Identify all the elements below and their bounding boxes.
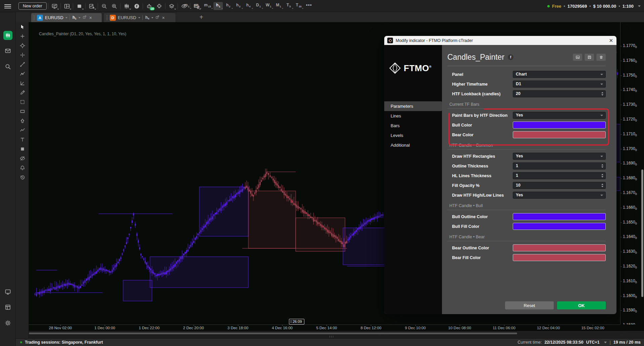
timeframe-T5[interactable]: T5 <box>284 2 293 10</box>
bear-outline-color-swatch[interactable] <box>513 244 606 251</box>
dialog-menu-item-bars[interactable]: Bars <box>384 121 442 131</box>
timeframe-T30[interactable]: T30 <box>294 2 303 10</box>
dialog-titlebar[interactable]: Modify indicator - FTMO Platform cTrader… <box>384 36 616 45</box>
target-icon[interactable] <box>16 41 29 50</box>
pencil-icon[interactable] <box>16 88 29 97</box>
timeframe-m5[interactable]: m5 <box>192 2 201 10</box>
timeframe-dropdown-caret[interactable] <box>79 17 81 18</box>
crosshair-icon[interactable] <box>16 50 29 60</box>
alert-bell-icon[interactable] <box>16 163 29 172</box>
reset-button[interactable]: Reset <box>505 301 554 309</box>
dialog-close-icon[interactable]: ✕ <box>609 38 613 44</box>
candles-icon[interactable] <box>121 2 132 10</box>
timeframe-W1[interactable]: W1 <box>264 2 273 10</box>
tab-timeframe[interactable]: h1 <box>69 15 77 20</box>
horizontal-scrollbar-thumb[interactable] <box>29 333 517 334</box>
settings-gear-icon[interactable] <box>0 320 16 326</box>
time-axis[interactable]: 28 Nov 02:001 Dec 00:001 Dec 22:002 Dec … <box>29 325 620 331</box>
sidebar-item-charts[interactable] <box>3 31 12 40</box>
number-spinner[interactable] <box>601 164 603 168</box>
timezone[interactable]: UTC+1 <box>586 340 599 345</box>
monitor-icon[interactable] <box>49 2 59 10</box>
arrow-shape-icon[interactable] <box>16 116 29 126</box>
timeframe-h4[interactable]: h4 <box>244 2 253 10</box>
ok-button[interactable]: OK <box>557 301 606 309</box>
text-icon[interactable] <box>16 135 29 144</box>
bear-color-swatch[interactable] <box>513 131 606 138</box>
dialog-menu-item-levels[interactable]: Levels <box>384 131 442 140</box>
rectangle-icon[interactable] <box>16 107 29 116</box>
cross-icon[interactable] <box>16 32 29 41</box>
filled-square-icon[interactable] <box>16 144 29 154</box>
draw-htf-high-low-lines-select[interactable]: Yes <box>513 192 606 199</box>
new-tab-button[interactable]: + <box>199 13 203 21</box>
fill-icon[interactable] <box>74 2 84 10</box>
timeframe-h1[interactable]: h1 <box>213 2 223 10</box>
price-axis[interactable]: 1.177001.176001.175001.174001.173001.172… <box>620 22 644 325</box>
panel-resize-handle[interactable] <box>329 336 334 338</box>
new-order-button[interactable]: New order <box>18 2 47 10</box>
symbol-dropdown-caret[interactable] <box>65 17 67 18</box>
popout-icon[interactable] <box>83 15 87 20</box>
history-icon[interactable] <box>16 172 29 182</box>
layers-icon[interactable] <box>166 2 177 10</box>
timeframe-m1[interactable]: m1 <box>182 2 191 10</box>
cursor-icon[interactable] <box>16 22 29 32</box>
timeframe-h2[interactable]: h2 <box>224 2 233 10</box>
polyline-icon[interactable] <box>16 69 29 79</box>
timeframe-h3[interactable]: h3 <box>234 2 243 10</box>
angle-icon[interactable] <box>16 79 29 88</box>
account-info[interactable]: Free • 17029569 • $ 10 000.00 • 1:100 <box>547 0 641 12</box>
chart-plus-icon[interactable] <box>87 2 97 10</box>
tab-close-icon[interactable]: × <box>89 15 92 20</box>
windows-icon[interactable] <box>0 304 16 310</box>
hl-lines-thickness-input[interactable]: 1 <box>513 172 606 179</box>
trend-line-icon[interactable] <box>16 60 29 69</box>
main-menu-icon[interactable] <box>4 3 11 9</box>
bear-fill-color-swatch[interactable] <box>513 254 606 261</box>
htf-lookback-candles--input[interactable]: 20 <box>513 90 606 97</box>
zoom-out-icon[interactable] <box>99 2 109 10</box>
timeframe-M1[interactable]: M1 <box>274 2 283 10</box>
tab-eurusd-1[interactable]: A EURUSD h1 × <box>31 13 102 22</box>
bull-outline-color-swatch[interactable] <box>513 213 606 220</box>
number-spinner[interactable] <box>601 174 603 178</box>
timeframe-m15[interactable]: m15 <box>202 2 213 10</box>
zigzag-icon[interactable] <box>16 126 29 135</box>
bull-color-swatch[interactable] <box>513 121 606 129</box>
timeframe-D1[interactable]: D1 <box>254 2 263 10</box>
screenshot-icon[interactable] <box>573 54 582 61</box>
tab-timeframe[interactable]: h4 <box>142 15 149 20</box>
plugin-icon[interactable] <box>154 2 164 10</box>
popout-icon[interactable] <box>155 15 159 20</box>
number-spinner[interactable] <box>601 92 603 96</box>
tab-close-icon[interactable]: × <box>162 15 165 20</box>
bot-icon[interactable]: 18 <box>144 2 154 10</box>
vertical-scrollbar-thumb[interactable] <box>641 169 643 297</box>
number-spinner[interactable] <box>601 184 603 187</box>
save-template-icon[interactable] <box>585 54 594 61</box>
draw-htf-rectangles-select[interactable]: Yes <box>513 153 606 160</box>
outline-thickness-input[interactable]: 1 <box>513 162 606 169</box>
dialog-menu-item-lines[interactable]: Lines <box>384 111 442 121</box>
search-icon[interactable] <box>0 63 16 70</box>
timezone-dropdown-caret[interactable] <box>604 342 607 343</box>
dialog-menu-item-additional[interactable]: Additional <box>384 140 442 150</box>
zoom-in-icon[interactable] <box>109 2 119 10</box>
panel-select[interactable]: Chart <box>513 71 606 78</box>
eye-off-icon[interactable] <box>16 154 29 163</box>
mail-icon[interactable] <box>0 48 16 54</box>
screens-icon[interactable] <box>0 289 16 295</box>
dotted-square-icon[interactable] <box>16 97 29 107</box>
panels-icon[interactable] <box>62 2 72 10</box>
higher-timeframe-select[interactable]: D1 <box>513 81 606 88</box>
paint-bars-by-htf-direction-select[interactable]: Yes <box>513 112 606 119</box>
timeframe-dropdown-caret[interactable] <box>151 17 153 18</box>
tab-eurusd-2[interactable]: D EURUSD h4 × <box>104 13 176 22</box>
symbol-dropdown-caret[interactable] <box>138 17 140 18</box>
delete-indicator-icon[interactable] <box>596 54 606 61</box>
dialog-menu-item-parameters[interactable]: Parameters <box>384 101 442 111</box>
more-timeframes-button[interactable]: ••• <box>304 2 314 10</box>
bull-fill-color-swatch[interactable] <box>513 223 606 230</box>
copilot-icon[interactable] <box>132 2 142 10</box>
